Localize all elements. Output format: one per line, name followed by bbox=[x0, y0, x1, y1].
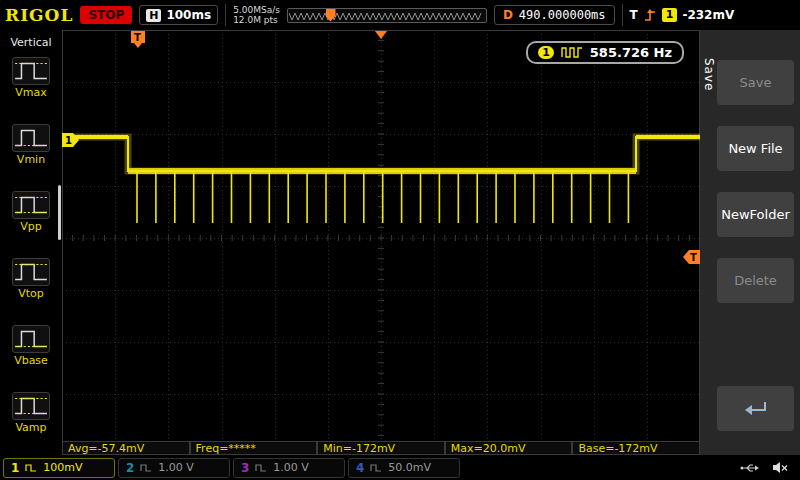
speaker-muted-icon[interactable] bbox=[772, 461, 789, 474]
vbase-icon bbox=[12, 325, 50, 353]
divider bbox=[225, 4, 226, 26]
delay-readout-box[interactable]: D 490.000000ms bbox=[494, 5, 615, 25]
svg-text:1: 1 bbox=[65, 135, 72, 146]
delete-button[interactable]: Delete bbox=[717, 258, 794, 303]
channel-4-box[interactable]: 4 50.0mV bbox=[348, 458, 460, 478]
sidebar-item-vmax[interactable]: Vmax bbox=[0, 57, 62, 99]
delay-label: D bbox=[503, 8, 513, 22]
vmax-icon bbox=[12, 57, 50, 85]
trigger-info-group[interactable]: T 1 -232mV bbox=[630, 8, 735, 22]
save-button[interactable]: Save bbox=[717, 60, 794, 105]
channel-number: 4 bbox=[356, 461, 364, 475]
new-file-button[interactable]: New File bbox=[717, 126, 794, 171]
acquisition-info: 5.00MSa/s 12.0M pts bbox=[233, 5, 280, 25]
frequency-counter: 1 585.726 Hz bbox=[526, 41, 684, 64]
coupling-icon bbox=[25, 464, 37, 472]
horizontal-label: H bbox=[146, 9, 161, 22]
freq-counter-value: 585.726 Hz bbox=[590, 45, 672, 60]
measurement-min: Min=-172mV bbox=[317, 441, 445, 455]
trigger-source-badge: 1 bbox=[662, 8, 678, 22]
graticule-and-trace: 1TT bbox=[62, 30, 700, 446]
sidebar-item-label: Vpp bbox=[20, 220, 42, 233]
svg-text:T: T bbox=[134, 32, 141, 43]
sidebar-item-label: Vmax bbox=[15, 86, 47, 99]
horizontal-timebase-box[interactable]: H 100ms bbox=[139, 5, 218, 25]
sidebar-item-label: Vmin bbox=[17, 153, 45, 166]
sidebar-item-vbase[interactable]: Vbase bbox=[0, 325, 62, 367]
run-state-badge: STOP bbox=[80, 6, 132, 24]
trigger-label: T bbox=[630, 8, 638, 22]
channel-scale: 50.0mV bbox=[388, 461, 431, 474]
waveform-position-bar[interactable] bbox=[287, 8, 487, 23]
channel-number: 1 bbox=[11, 461, 19, 475]
measurement-avg: Avg=-57.4mV bbox=[62, 441, 190, 455]
measure-sidebar: Vertical Vmax Vmin Vpp Vtop Vbase Vamp bbox=[0, 30, 62, 455]
sidebar-item-vamp[interactable]: Vamp bbox=[0, 392, 62, 434]
delay-value: 490.000000ms bbox=[519, 8, 606, 22]
vamp-icon bbox=[12, 392, 50, 420]
coupling-icon bbox=[140, 464, 152, 472]
channel-scale: 1.00 V bbox=[273, 461, 309, 474]
sidebar-item-label: Vbase bbox=[14, 354, 48, 367]
trigger-level-value: -232mV bbox=[682, 8, 734, 22]
return-arrow-icon bbox=[743, 399, 769, 419]
sidebar-item-vtop[interactable]: Vtop bbox=[0, 258, 62, 300]
coupling-icon bbox=[255, 464, 267, 472]
measurement-results-bar: Avg=-57.4mV Freq=***** Min=-172mV Max=20… bbox=[62, 441, 700, 455]
measurement-base: Base=-172mV bbox=[572, 441, 700, 455]
divider bbox=[622, 4, 623, 26]
channel-3-box[interactable]: 3 1.00 V bbox=[233, 458, 345, 478]
channel-number: 2 bbox=[126, 461, 134, 475]
waveform-display: 1TT 1 585.726 Hz Avg=-57.4mV Freq=***** … bbox=[62, 30, 700, 455]
coupling-icon bbox=[370, 464, 382, 472]
channel-status-bar: 1 100mV 2 1.00 V 3 1.00 V 4 50.0mV bbox=[0, 455, 800, 480]
sample-rate: 5.00MSa/s bbox=[233, 5, 280, 15]
usb-icon bbox=[740, 463, 760, 473]
measurement-max: Max=20.0mV bbox=[445, 441, 573, 455]
memory-waveform-icon bbox=[289, 10, 485, 22]
softkey-menu-panel: Save Save New File NewFolder Delete bbox=[700, 30, 800, 455]
memory-depth: 12.0M pts bbox=[233, 15, 280, 25]
channel-1-box[interactable]: 1 100mV bbox=[3, 458, 115, 478]
top-status-bar: RIGOL STOP H 100ms 5.00MSa/s 12.0M pts D… bbox=[0, 0, 800, 30]
new-folder-button[interactable]: NewFolder bbox=[717, 192, 794, 237]
svg-text:T: T bbox=[690, 252, 697, 263]
vpp-icon bbox=[12, 191, 50, 219]
sidebar-item-vmin[interactable]: Vmin bbox=[0, 124, 62, 166]
rising-edge-icon bbox=[643, 8, 657, 22]
sidebar-scrollbar[interactable] bbox=[58, 185, 61, 240]
square-wave-icon bbox=[561, 47, 583, 58]
vtop-icon bbox=[12, 258, 50, 286]
measurement-freq: Freq=***** bbox=[190, 441, 318, 455]
vmin-icon bbox=[12, 124, 50, 152]
channel-number: 3 bbox=[241, 461, 249, 475]
sidebar-item-vpp[interactable]: Vpp bbox=[0, 191, 62, 233]
channel-scale: 100mV bbox=[43, 461, 82, 474]
channel-2-box[interactable]: 2 1.00 V bbox=[118, 458, 230, 478]
system-status-icons bbox=[740, 461, 797, 474]
measure-category-title: Vertical bbox=[0, 30, 62, 57]
sidebar-item-label: Vamp bbox=[15, 421, 46, 434]
timebase-value: 100ms bbox=[166, 8, 211, 22]
channel-scale: 1.00 V bbox=[158, 461, 194, 474]
back-button[interactable] bbox=[717, 386, 794, 431]
sidebar-item-label: Vtop bbox=[18, 287, 44, 300]
freq-counter-channel-badge: 1 bbox=[538, 46, 554, 59]
menu-tab-save: Save bbox=[702, 58, 716, 91]
rigol-logo: RIGOL bbox=[5, 5, 73, 25]
